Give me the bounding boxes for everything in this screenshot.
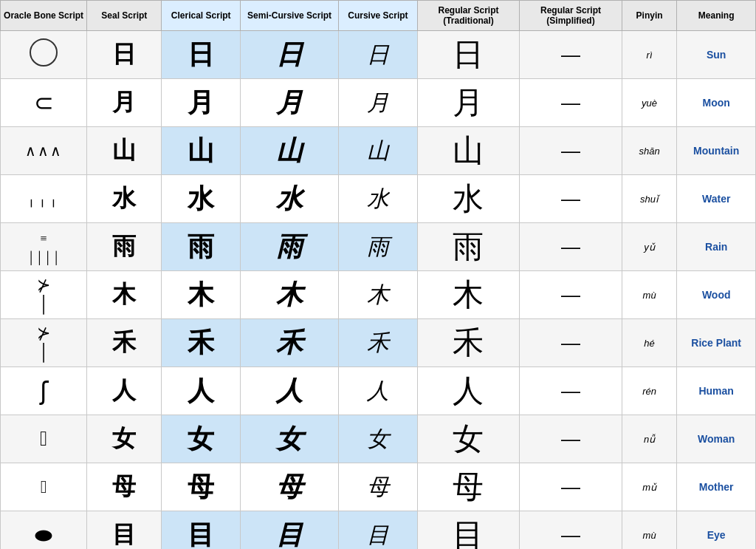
regular-simplified-cell: — (520, 31, 622, 79)
col-clerical-header: Clerical Script (162, 1, 241, 31)
clerical-cell: 雨 (162, 223, 241, 271)
semi-cursive-cell: 禾 (240, 319, 338, 367)
regular-traditional-cell: 女 (417, 415, 520, 463)
oracle-cell: ʃ (1, 367, 87, 415)
regular-traditional-cell: 月 (417, 79, 520, 127)
col-regsimp-header: Regular Script (Simplified) (520, 1, 622, 31)
regular-simplified-cell: — (520, 367, 622, 415)
semi-cursive-cell: 女 (240, 415, 338, 463)
pinyin-cell: yǔ (622, 223, 677, 271)
col-pinyin-header: Pinyin (622, 1, 677, 31)
oracle-cell: ⊁│ (1, 271, 87, 319)
seal-cell: 日 (87, 31, 162, 79)
cursive-cell: 日 (339, 31, 418, 79)
table-row: 𠀉母母母母母—mǔMother (1, 463, 756, 511)
cursive-cell: 木 (339, 271, 418, 319)
regular-simplified-cell: — (520, 463, 622, 511)
header-row: Oracle Bone Script Seal Script Clerical … (1, 1, 756, 31)
meaning-cell: Wood (677, 271, 756, 319)
pinyin-cell: shān (622, 127, 677, 175)
regular-traditional-cell: 水 (417, 175, 520, 223)
col-oracle-header: Oracle Bone Script (1, 1, 87, 31)
regular-traditional-cell: 母 (417, 463, 520, 511)
meaning-cell: Eye (677, 511, 756, 550)
meaning-cell: Woman (677, 415, 756, 463)
regular-traditional-cell: 雨 (417, 223, 520, 271)
seal-cell: 雨 (87, 223, 162, 271)
regular-simplified-cell: — (520, 271, 622, 319)
pinyin-cell: yuè (622, 79, 677, 127)
regular-traditional-cell: 山 (417, 127, 520, 175)
table-row: ⬬目目目目目—mùEye (1, 511, 756, 550)
regular-traditional-cell: 木 (417, 271, 520, 319)
col-meaning-header: Meaning (677, 1, 756, 31)
pinyin-cell: rén (622, 367, 677, 415)
cursive-cell: 雨 (339, 223, 418, 271)
semi-cursive-cell: 目 (240, 511, 338, 550)
semi-cursive-cell: 山 (240, 127, 338, 175)
clerical-cell: 禾 (162, 319, 241, 367)
regular-traditional-cell: 目 (417, 511, 520, 550)
regular-simplified-cell: — (520, 127, 622, 175)
meaning-cell: Human (677, 367, 756, 415)
seal-cell: 月 (87, 79, 162, 127)
oracle-cell: ⬬ (1, 511, 87, 550)
meaning-cell: Mother (677, 463, 756, 511)
oracle-cell: ∧∧∧ (1, 127, 87, 175)
clerical-cell: 山 (162, 127, 241, 175)
pinyin-cell: nǚ (622, 415, 677, 463)
regular-simplified-cell: — (520, 223, 622, 271)
pinyin-cell: mù (622, 271, 677, 319)
regular-traditional-cell: 日 (417, 31, 520, 79)
seal-cell: 山 (87, 127, 162, 175)
seal-cell: 目 (87, 511, 162, 550)
table-row: ʃ人人人人人—rénHuman (1, 367, 756, 415)
semi-cursive-cell: 水 (240, 175, 338, 223)
oracle-cell: ⊂ (1, 79, 87, 127)
col-regtrad-header: Regular Script (Traditional) (417, 1, 520, 31)
meaning-cell: Moon (677, 79, 756, 127)
regular-traditional-cell: 人 (417, 367, 520, 415)
pinyin-cell: hé (622, 319, 677, 367)
oracle-cell: 𠂇 (1, 415, 87, 463)
regular-simplified-cell: — (520, 175, 622, 223)
col-cursive-header: Cursive Script (339, 1, 418, 31)
seal-cell: 禾 (87, 319, 162, 367)
regular-traditional-cell: 禾 (417, 319, 520, 367)
table-row: 日日日日日—rìSun (1, 31, 756, 79)
seal-cell: 水 (87, 175, 162, 223)
regular-simplified-cell: — (520, 319, 622, 367)
table-row: ∧∧∧山山山山山—shānMountain (1, 127, 756, 175)
meaning-cell: Rain (677, 223, 756, 271)
oracle-cell: 𠀉 (1, 463, 87, 511)
semi-cursive-cell: 母 (240, 463, 338, 511)
cursive-cell: 母 (339, 463, 418, 511)
cursive-cell: 水 (339, 175, 418, 223)
regular-simplified-cell: — (520, 79, 622, 127)
meaning-cell: Rice Plant (677, 319, 756, 367)
semi-cursive-cell: 木 (240, 271, 338, 319)
seal-cell: 母 (87, 463, 162, 511)
clerical-cell: 水 (162, 175, 241, 223)
regular-simplified-cell: — (520, 511, 622, 550)
seal-cell: 人 (87, 367, 162, 415)
table-row: ╷╷╷水水水水水—shuǐWater (1, 175, 756, 223)
clerical-cell: 人 (162, 367, 241, 415)
cursive-cell: 人 (339, 367, 418, 415)
cursive-cell: 山 (339, 127, 418, 175)
oracle-cell: ≡││││ (1, 223, 87, 271)
clerical-cell: 母 (162, 463, 241, 511)
cursive-cell: 月 (339, 79, 418, 127)
table-row: ≡││││雨雨雨雨雨—yǔRain (1, 223, 756, 271)
clerical-cell: 目 (162, 511, 241, 550)
semi-cursive-cell: 雨 (240, 223, 338, 271)
chinese-characters-table: Oracle Bone Script Seal Script Clerical … (0, 0, 756, 549)
semi-cursive-cell: 日 (240, 31, 338, 79)
pinyin-cell: shuǐ (622, 175, 677, 223)
seal-cell: 木 (87, 271, 162, 319)
pinyin-cell: rì (622, 31, 677, 79)
cursive-cell: 禾 (339, 319, 418, 367)
col-seal-header: Seal Script (87, 1, 162, 31)
clerical-cell: 月 (162, 79, 241, 127)
table-row: ⊂月月月月月—yuèMoon (1, 79, 756, 127)
